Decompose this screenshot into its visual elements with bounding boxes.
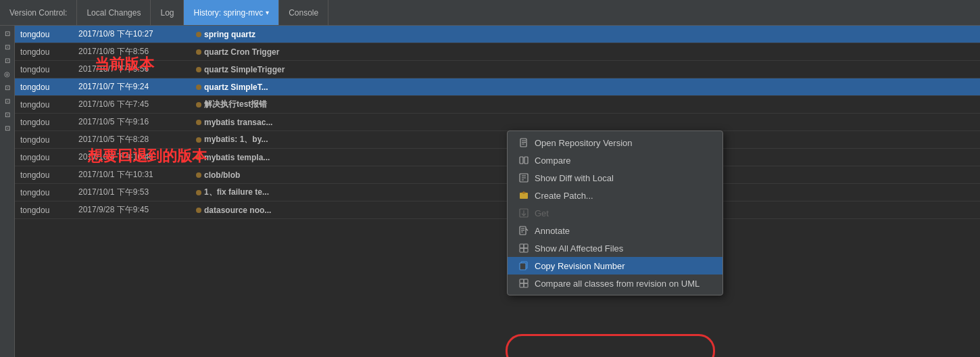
show-diff-icon (518, 172, 529, 183)
menu-item-compare-uml[interactable]: Compare all classes from revision on UML (508, 275, 722, 292)
compare-icon (518, 155, 529, 166)
table-row[interactable]: tongdou 2017/10/8 下午8:56 quartz Cron Tri… (15, 43, 980, 61)
open-repo-icon (518, 137, 529, 148)
copy-revision-icon (518, 260, 529, 271)
table-row[interactable]: tongdou 2017/10/8 下午10:27 spring quartz (15, 26, 980, 43)
side-icon-7[interactable]: ⊡ (1, 108, 14, 120)
get-icon (518, 208, 529, 218)
menu-item-get[interactable]: Get (508, 204, 722, 222)
tab-log[interactable]: Log (151, 0, 184, 25)
svg-rect-4 (520, 157, 523, 164)
svg-rect-23 (524, 248, 528, 252)
svg-rect-21 (524, 244, 528, 248)
table-row[interactable]: tongdou 2017/10/1 下午10:31 clob/blob (15, 166, 980, 184)
annotate-icon (518, 225, 529, 236)
version-control-label: Version Control: (0, 0, 77, 25)
menu-item-label: Copy Revision Number (535, 261, 625, 271)
cell-date: 2017/10/7 下午9:24 (78, 81, 193, 93)
cell-dot (193, 67, 204, 72)
cell-message: 解决执行test报错 (204, 99, 980, 110)
table-row[interactable]: tongdou 2017/10/6 下午7:45 解决执行test报错 (15, 96, 980, 114)
cell-author: tongdou (18, 188, 78, 197)
table-row[interactable]: tongdou 2017/10/7 下午9:24 quartz SimpleT.… (15, 78, 980, 96)
side-icons: ⊡ ⊡ ⊡ ◎ ⊡ ⊡ ⊡ ⊡ (0, 26, 15, 357)
context-menu: Open Repository Version Compare Show Dif… (507, 130, 723, 295)
menu-item-show-diff[interactable]: Show Diff with Local (508, 169, 722, 187)
menu-item-show-affected[interactable]: Show All Affected Files (508, 239, 722, 257)
menu-item-label: Open Repository Version (535, 138, 633, 148)
menu-item-compare[interactable]: Compare (508, 151, 722, 169)
cell-date: 2017/10/4 下午10:46 (78, 151, 193, 163)
svg-rect-26 (520, 279, 524, 283)
tab-console[interactable]: Console (279, 0, 328, 25)
cell-dot (193, 137, 204, 143)
cell-author: tongdou (18, 118, 78, 127)
cell-author: tongdou (18, 135, 78, 145)
cell-message: mybatis transac... (204, 118, 980, 127)
cell-dot (193, 172, 204, 178)
cell-dot (193, 49, 204, 55)
table-row[interactable]: tongdou 2017/10/5 下午9:16 mybatis transac… (15, 114, 980, 131)
svg-rect-25 (520, 263, 526, 270)
cell-author: tongdou (18, 47, 78, 57)
cell-dot (193, 190, 204, 195)
main-area: ⊡ ⊡ ⊡ ◎ ⊡ ⊡ ⊡ ⊡ tongdou 2017/10/8 下午10:2… (0, 26, 980, 357)
compare-uml-icon (518, 278, 529, 289)
menu-item-label: Get (535, 208, 549, 218)
side-icon-2[interactable]: ⊡ (1, 41, 14, 53)
side-icon-3[interactable]: ⊡ (1, 54, 14, 66)
svg-rect-29 (524, 283, 528, 287)
history-table: tongdou 2017/10/8 下午10:27 spring quartz … (15, 26, 980, 357)
tab-bar: Version Control: Local Changes Log Histo… (0, 0, 980, 26)
svg-rect-27 (524, 279, 528, 283)
cell-date: 2017/10/7 下午9:56 (78, 64, 193, 75)
cell-dot (193, 102, 204, 108)
cell-date: 2017/10/5 下午9:16 (78, 116, 193, 128)
menu-item-label: Annotate (535, 226, 570, 236)
menu-item-label: Compare (535, 156, 570, 166)
cell-dot (193, 208, 204, 213)
history-dropdown-arrow: ▾ (266, 9, 269, 16)
cell-date: 2017/9/28 下午9:45 (78, 204, 193, 216)
table-row[interactable]: tongdou 2017/10/1 下午9:53 1、fix failure t… (15, 184, 980, 201)
svg-rect-5 (524, 157, 528, 164)
cell-dot (193, 155, 204, 160)
cell-author: tongdou (18, 170, 78, 180)
menu-item-label: Compare all classes from revision on UML (535, 279, 700, 289)
cell-message: quartz Cron Trigger (204, 47, 980, 57)
menu-item-label: Create Patch... (535, 191, 593, 201)
menu-item-label: Show All Affected Files (535, 243, 623, 254)
cell-author: tongdou (18, 100, 78, 110)
side-icon-4[interactable]: ◎ (1, 68, 14, 80)
svg-rect-28 (520, 283, 524, 287)
cell-author: tongdou (18, 153, 78, 162)
side-icon-8[interactable]: ⊡ (1, 122, 14, 134)
cell-message: quartz SimpleTrigger (204, 65, 980, 74)
cell-date: 2017/10/8 下午10:27 (78, 28, 193, 40)
tab-local-changes[interactable]: Local Changes (77, 0, 151, 25)
show-affected-icon (518, 243, 529, 254)
menu-item-create-patch[interactable]: Create Patch... (508, 187, 722, 204)
cell-author: tongdou (18, 82, 78, 92)
menu-item-annotate[interactable]: Annotate (508, 222, 722, 239)
cell-dot (193, 85, 204, 90)
cell-date: 2017/10/1 下午9:53 (78, 187, 193, 198)
table-row[interactable]: tongdou 2017/10/5 下午8:28 mybatis: 1、by..… (15, 131, 980, 149)
side-icon-6[interactable]: ⊡ (1, 95, 14, 107)
menu-item-copy-revision[interactable]: Copy Revision Number (508, 257, 722, 275)
create-patch-icon (518, 190, 529, 201)
side-icon-1[interactable]: ⊡ (1, 27, 14, 39)
cell-message: spring quartz (204, 30, 980, 39)
svg-rect-20 (520, 244, 524, 248)
cell-date: 2017/10/8 下午8:56 (78, 46, 193, 57)
menu-item-open-repo[interactable]: Open Repository Version (508, 134, 722, 151)
table-row[interactable]: tongdou 2017/10/7 下午9:56 quartz SimpleTr… (15, 61, 980, 78)
cell-dot (193, 120, 204, 125)
table-row[interactable]: tongdou 2017/9/28 下午9:45 datasource noo.… (15, 201, 980, 219)
menu-item-label: Show Diff with Local (535, 173, 614, 183)
side-icon-5[interactable]: ⊡ (1, 81, 14, 93)
cell-message: quartz SimpleT... (204, 82, 980, 92)
svg-rect-22 (520, 248, 524, 252)
tab-history[interactable]: History: spring-mvc ▾ (184, 0, 279, 25)
table-row[interactable]: tongdou 2017/10/4 下午10:46 mybatis templa… (15, 149, 980, 166)
